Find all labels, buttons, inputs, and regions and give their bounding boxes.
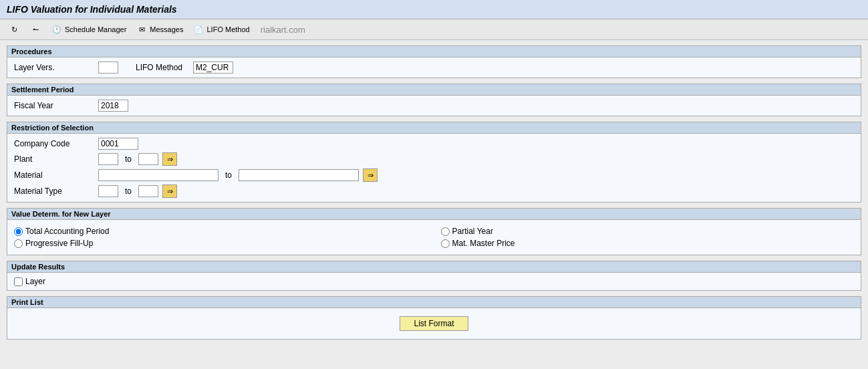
total-accounting-label: Total Accounting Period — [25, 227, 109, 236]
lifo-method-button[interactable]: 📄 LIFO Method — [190, 22, 252, 37]
material-from-input[interactable] — [98, 169, 219, 181]
fiscal-year-input[interactable] — [98, 100, 128, 112]
material-arrow-button[interactable]: ⇒ — [363, 168, 378, 182]
total-accounting-radio-item: Total Accounting Period — [14, 227, 428, 236]
partial-year-radio[interactable] — [441, 227, 450, 236]
lifo-method-input[interactable] — [193, 62, 233, 74]
material-type-arrow-button[interactable]: ⇒ — [162, 184, 177, 198]
company-code-label: Company Code — [14, 139, 94, 148]
forward-button[interactable]: ↼ — [27, 22, 44, 37]
material-type-to-input[interactable] — [138, 185, 158, 197]
layer-checkbox[interactable] — [14, 277, 23, 286]
schedule-manager-label: Schedule Manager — [65, 25, 126, 33]
messages-icon: ✉ — [136, 23, 148, 35]
material-label: Material — [14, 170, 94, 180]
list-format-button[interactable]: List Format — [400, 316, 468, 331]
back-icon: ↻ — [8, 23, 20, 35]
plant-from-input[interactable] — [98, 153, 118, 165]
mat-master-price-label: Mat. Master Price — [452, 239, 515, 248]
material-to-input[interactable] — [239, 169, 359, 181]
layer-label: Layer — [25, 277, 45, 286]
watermark: rialkart.com — [261, 25, 305, 35]
messages-button[interactable]: ✉ Messages — [133, 22, 186, 37]
material-to-label: to — [225, 170, 232, 180]
restriction-title: Restriction of Selection — [7, 122, 861, 134]
restriction-section: Restriction of Selection Company Code Pl… — [7, 122, 861, 203]
total-accounting-radio[interactable] — [14, 227, 23, 236]
print-list-title: Print List — [7, 297, 861, 308]
toolbar: ↻ ↼ 🕐 Schedule Manager ✉ Messages 📄 LIFO… — [0, 19, 868, 40]
plant-arrow-button[interactable]: ⇒ — [162, 152, 177, 166]
value-determ-title: Value Determ. for New Layer — [7, 209, 861, 220]
back-button[interactable]: ↻ — [5, 22, 23, 37]
print-list-section: Print List List Format — [7, 296, 861, 340]
plant-to-input[interactable] — [138, 153, 158, 165]
title-bar: LIFO Valuation for Individual Materials — [0, 0, 868, 19]
partial-year-radio-item: Partial Year — [441, 227, 855, 236]
partial-year-label: Partial Year — [452, 227, 493, 236]
messages-label: Messages — [150, 25, 183, 33]
fiscal-year-label: Fiscal Year — [14, 101, 94, 110]
lifo-method-label: LIFO Method — [206, 25, 249, 33]
forward-icon: ↼ — [29, 23, 41, 35]
settlement-period-section: Settlement Period Fiscal Year — [7, 84, 861, 116]
update-results-section: Update Results Layer — [7, 261, 861, 291]
lifo-method-label: LIFO Method — [136, 63, 189, 72]
procedures-title: Procedures — [7, 46, 861, 57]
layer-vers-input[interactable] — [98, 62, 118, 74]
update-results-title: Update Results — [7, 261, 861, 273]
material-type-to-label: to — [125, 187, 132, 196]
progressive-fillup-label: Progressive Fill-Up — [25, 239, 93, 248]
progressive-fillup-radio-item: Progressive Fill-Up — [14, 239, 428, 248]
material-type-from-input[interactable] — [98, 185, 118, 197]
plant-to-label: to — [125, 154, 132, 164]
page-title: LIFO Valuation for Individual Materials — [7, 4, 177, 15]
plant-label: Plant — [14, 154, 94, 164]
mat-master-price-radio-item: Mat. Master Price — [441, 239, 855, 248]
layer-vers-label: Layer Vers. — [14, 63, 94, 72]
mat-master-price-radio[interactable] — [441, 239, 450, 248]
material-type-label: Material Type — [14, 187, 94, 196]
progressive-fillup-radio[interactable] — [14, 239, 23, 248]
company-code-input[interactable] — [98, 138, 138, 150]
settlement-period-title: Settlement Period — [7, 84, 861, 96]
procedures-section: Procedures Layer Vers. LIFO Method — [7, 45, 861, 78]
schedule-manager-icon: 🕐 — [51, 23, 63, 35]
value-determ-section: Value Determ. for New Layer Total Accoun… — [7, 208, 861, 255]
schedule-manager-button[interactable]: 🕐 Schedule Manager — [48, 22, 129, 37]
lifo-method-icon: 📄 — [192, 23, 204, 35]
